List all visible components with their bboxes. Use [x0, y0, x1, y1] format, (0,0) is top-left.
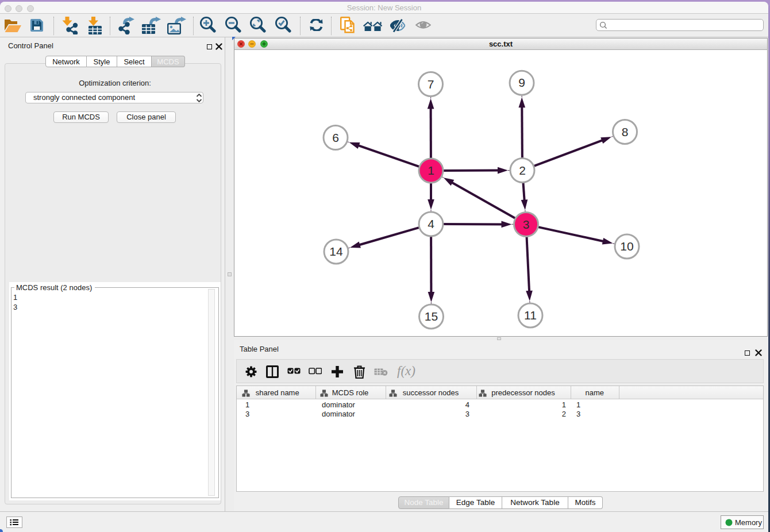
svg-text:3: 3: [523, 218, 530, 231]
svg-text:8: 8: [622, 125, 629, 138]
svg-text:10: 10: [620, 240, 633, 253]
svg-text:6: 6: [332, 131, 339, 144]
svg-text:4: 4: [428, 217, 434, 230]
svg-text:1: 1: [428, 164, 434, 177]
svg-text:15: 15: [425, 310, 438, 323]
svg-text:9: 9: [518, 76, 525, 89]
svg-text:11: 11: [524, 309, 537, 322]
svg-text:2: 2: [519, 164, 526, 177]
svg-text:14: 14: [329, 245, 343, 258]
svg-text:7: 7: [428, 78, 434, 91]
